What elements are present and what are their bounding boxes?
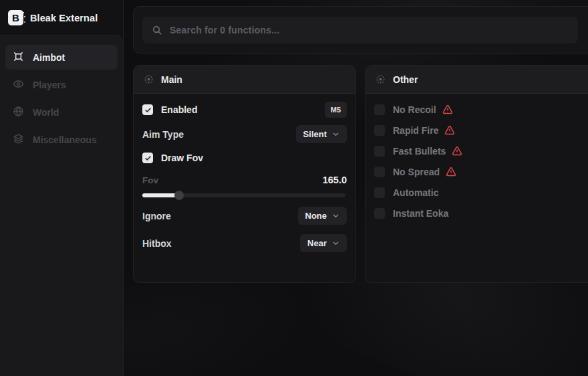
warning-icon xyxy=(444,125,455,136)
hitbox-value: Near xyxy=(307,238,327,248)
feature-row: Fast Bullets xyxy=(374,143,588,160)
hitbox-row: Hitbox Near xyxy=(142,234,347,252)
content-area: Search for 0 functions... Main Enabled M… xyxy=(124,0,588,376)
aim-type-row: Aim Type Silent xyxy=(142,125,347,143)
ignore-select[interactable]: None xyxy=(298,207,347,225)
globe-icon xyxy=(13,106,24,119)
other-panel: Other No Recoil Rapid Fire Fast Bullets xyxy=(365,65,588,283)
enabled-row: Enabled M5 xyxy=(142,102,347,118)
fov-label: Fov xyxy=(142,175,158,185)
app-logo-icon: B xyxy=(8,10,23,25)
warning-icon xyxy=(452,146,462,157)
feature-label: Fast Bullets xyxy=(393,146,446,157)
draw-fov-label: Draw Fov xyxy=(161,153,203,163)
sidebar-item-players[interactable]: Players xyxy=(5,72,118,97)
eye-icon xyxy=(13,78,24,92)
enabled-keybind-button[interactable]: M5 xyxy=(325,102,347,118)
aim-type-label: Aim Type xyxy=(142,129,184,140)
search-icon xyxy=(152,25,162,35)
aim-type-value: Silent xyxy=(303,129,327,139)
feature-label: Rapid Fire xyxy=(393,125,438,136)
warning-icon xyxy=(442,104,453,115)
feature-label: Automatic xyxy=(393,187,438,198)
feature-row: Instant Eoka xyxy=(374,205,588,222)
aim-type-select[interactable]: Silent xyxy=(296,125,347,143)
brand: B Bleak External xyxy=(0,0,123,35)
draw-fov-row: Draw Fov xyxy=(142,150,347,166)
sidebar-item-label: Players xyxy=(33,80,66,90)
sidebar-item-aimbot[interactable]: Aimbot xyxy=(5,45,118,70)
fov-row: Fov 165.0 xyxy=(142,174,347,186)
fov-slider-track[interactable] xyxy=(142,193,345,197)
other-panel-header: Other xyxy=(365,66,588,94)
feature-checkbox[interactable] xyxy=(374,125,385,136)
sidebar-item-label: Aimbot xyxy=(33,52,65,63)
sidebar-item-miscellaneous[interactable]: Miscellaneous xyxy=(5,127,118,152)
fov-slider-fill xyxy=(142,193,179,197)
chevron-down-icon xyxy=(332,240,339,247)
crosshair-icon xyxy=(13,51,24,64)
chevron-down-icon xyxy=(332,130,339,138)
hitbox-label: Hitbox xyxy=(142,238,172,249)
feature-checkbox[interactable] xyxy=(374,187,385,198)
gear-icon xyxy=(376,74,386,84)
search-panel: Search for 0 functions... xyxy=(133,6,588,54)
feature-row: Automatic xyxy=(374,184,588,201)
feature-row: No Spread xyxy=(374,163,588,181)
ignore-value: None xyxy=(305,211,327,221)
other-panel-title: Other xyxy=(393,74,418,85)
sidebar: B Bleak External Aimbot Players xyxy=(0,0,124,376)
feature-row: No Recoil xyxy=(374,101,588,118)
sidebar-nav: Aimbot Players World xyxy=(0,35,123,376)
warning-icon xyxy=(446,167,456,177)
draw-fov-checkbox[interactable] xyxy=(142,153,153,163)
feature-checkbox[interactable] xyxy=(374,104,385,115)
main-panel: Main Enabled M5 Aim Type Silent xyxy=(133,65,356,283)
hitbox-select[interactable]: Near xyxy=(300,234,347,252)
feature-checkbox[interactable] xyxy=(374,146,385,157)
feature-checkbox[interactable] xyxy=(374,167,385,177)
sidebar-item-label: Miscellaneous xyxy=(33,134,97,145)
fov-slider-thumb[interactable] xyxy=(174,191,184,200)
sidebar-item-world[interactable]: World xyxy=(5,100,118,124)
layers-icon xyxy=(13,133,24,147)
app-title: Bleak External xyxy=(30,13,98,23)
main-panel-header: Main xyxy=(134,66,355,94)
search-input[interactable]: Search for 0 functions... xyxy=(142,17,578,43)
ignore-row: Ignore None xyxy=(142,207,347,225)
fov-slider[interactable] xyxy=(142,191,347,200)
sidebar-item-label: World xyxy=(33,107,59,118)
feature-checkbox[interactable] xyxy=(374,208,385,219)
feature-label: No Spread xyxy=(393,167,440,177)
fov-value: 165.0 xyxy=(323,175,347,185)
feature-label: No Recoil xyxy=(393,104,436,115)
search-placeholder: Search for 0 functions... xyxy=(170,25,279,35)
feature-label: Instant Eoka xyxy=(393,208,448,219)
chevron-down-icon xyxy=(332,212,339,219)
enabled-label: Enabled xyxy=(161,104,197,115)
gear-icon xyxy=(144,74,154,84)
enabled-checkbox[interactable] xyxy=(142,104,153,115)
feature-row: Rapid Fire xyxy=(374,122,588,139)
ignore-label: Ignore xyxy=(142,211,171,221)
main-panel-title: Main xyxy=(161,74,182,85)
